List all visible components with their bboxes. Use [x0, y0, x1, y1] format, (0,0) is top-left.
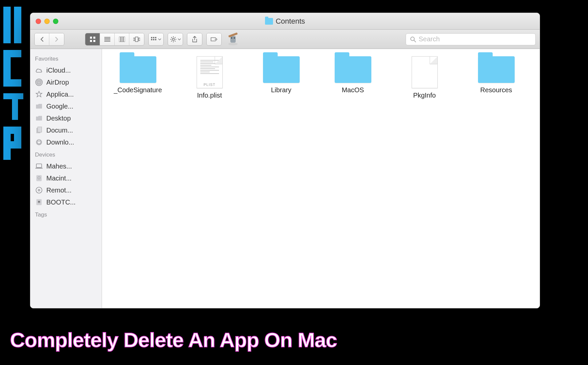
- nav-group: [34, 33, 64, 46]
- folder-icon: [335, 56, 371, 83]
- column-view-button[interactable]: [115, 33, 129, 45]
- sidebar-item-label: Applica...: [46, 91, 74, 98]
- back-button[interactable]: [35, 33, 49, 45]
- maximize-button[interactable]: [53, 19, 58, 24]
- sidebar-header-tags: Tags: [30, 208, 102, 220]
- folder-icon: [35, 102, 43, 110]
- toolbar: [30, 30, 540, 49]
- svg-point-59: [36, 187, 42, 193]
- gallery-view-button[interactable]: [129, 33, 144, 45]
- documents-icon: [35, 126, 43, 134]
- svg-rect-16: [104, 38, 110, 39]
- svg-point-41: [228, 43, 238, 45]
- download-icon: [35, 138, 43, 146]
- tags-group: [206, 33, 222, 46]
- svg-rect-8: [3, 127, 21, 134]
- minimize-button[interactable]: [44, 19, 50, 24]
- applications-icon: [35, 90, 43, 98]
- chevron-left-icon: [40, 37, 44, 42]
- svg-rect-15: [104, 37, 110, 38]
- sidebar-item-label: Macint...: [46, 175, 72, 182]
- sidebar-item-airdrop[interactable]: AirDrop: [30, 76, 102, 88]
- arrange-button[interactable]: [149, 33, 163, 45]
- action-group: [168, 33, 183, 46]
- search-field[interactable]: [406, 33, 536, 45]
- columns-icon: [119, 37, 125, 42]
- svg-rect-12: [93, 37, 95, 39]
- share-button[interactable]: [187, 33, 202, 45]
- svg-rect-21: [123, 37, 125, 42]
- close-button[interactable]: [36, 19, 41, 24]
- grid-dropdown-icon: [151, 37, 157, 42]
- svg-line-37: [175, 41, 175, 41]
- svg-line-47: [414, 40, 416, 42]
- list-view-button[interactable]: [100, 33, 115, 45]
- file-item[interactable]: MacOS: [327, 56, 379, 99]
- file-grid: _CodeSignature PLIST Info.plist Library …: [102, 49, 540, 308]
- tag-icon: [210, 37, 218, 42]
- folder-icon: [265, 18, 273, 25]
- titlebar: Contents: [30, 13, 540, 30]
- view-group: [85, 33, 144, 46]
- svg-point-58: [39, 178, 40, 179]
- svg-rect-28: [151, 39, 152, 40]
- file-item[interactable]: PkgInfo: [399, 56, 450, 99]
- window-title-text: Contents: [276, 17, 305, 26]
- svg-rect-20: [121, 37, 123, 42]
- blank-file-icon: [412, 56, 438, 88]
- svg-point-49: [37, 80, 41, 85]
- sidebar-item-downloads[interactable]: Downlo...: [30, 136, 102, 148]
- sidebar-item-label: iCloud...: [46, 67, 71, 74]
- svg-rect-25: [151, 37, 152, 38]
- page-decoration: [0, 0, 27, 167]
- grid-icon: [90, 36, 96, 42]
- edit-tags-button[interactable]: [207, 33, 221, 45]
- sidebar-item-remote-disc[interactable]: Remot...: [30, 184, 102, 196]
- sidebar-item-computer[interactable]: Mahes...: [30, 160, 102, 172]
- svg-rect-42: [230, 36, 236, 43]
- hdd-icon: [35, 174, 43, 182]
- window-title: Contents: [30, 17, 540, 26]
- list-icon: [104, 37, 110, 42]
- sidebar-item-macintosh-hd[interactable]: Macint...: [30, 172, 102, 184]
- svg-point-44: [234, 37, 235, 39]
- folder-icon: [263, 56, 300, 83]
- sidebar-item-label: Remot...: [46, 186, 72, 194]
- forward-button[interactable]: [49, 33, 64, 45]
- sidebar-item-label: Downlo...: [46, 139, 74, 146]
- file-item[interactable]: _CodeSignature: [112, 56, 164, 99]
- file-item[interactable]: PLIST Info.plist: [184, 56, 235, 99]
- sidebar-item-icloud[interactable]: iCloud...: [30, 64, 102, 76]
- sidebar-item-applications[interactable]: Applica...: [30, 88, 102, 100]
- svg-rect-17: [104, 40, 110, 40]
- svg-rect-10: [3, 141, 21, 149]
- sidebar-item-label: Docum...: [46, 127, 73, 134]
- action-button[interactable]: [168, 33, 183, 45]
- automator-icon[interactable]: [226, 32, 240, 47]
- sidebar-item-desktop[interactable]: Desktop: [30, 112, 102, 124]
- svg-point-63: [39, 201, 40, 202]
- sidebar-item-label: Mahes...: [46, 163, 72, 170]
- file-item[interactable]: Resources: [470, 56, 522, 99]
- icon-view-button[interactable]: [85, 33, 100, 45]
- sidebar-item-label: BOOTC...: [46, 198, 76, 206]
- chevron-down-icon: [178, 38, 181, 40]
- svg-rect-54: [36, 164, 42, 168]
- svg-rect-19: [119, 37, 121, 42]
- sidebar-item-label: AirDrop: [46, 79, 69, 86]
- sidebar-item-label: Desktop: [46, 115, 71, 122]
- svg-line-36: [171, 37, 172, 38]
- window-body: Favorites iCloud... AirDrop Applica... G…: [30, 49, 540, 308]
- sidebar-item-documents[interactable]: Docum...: [30, 124, 102, 136]
- search-input[interactable]: [419, 35, 531, 43]
- svg-rect-1: [14, 7, 21, 43]
- file-item[interactable]: Library: [255, 56, 307, 99]
- sidebar-item-bootcamp[interactable]: BOOTC...: [30, 196, 102, 208]
- svg-point-40: [215, 39, 216, 40]
- sidebar-item-google[interactable]: Google...: [30, 100, 102, 112]
- sidebar: Favorites iCloud... AirDrop Applica... G…: [30, 49, 102, 308]
- svg-rect-0: [3, 7, 11, 43]
- svg-point-60: [38, 189, 40, 191]
- desktop-icon: [35, 114, 43, 122]
- coverflow-icon: [133, 37, 140, 42]
